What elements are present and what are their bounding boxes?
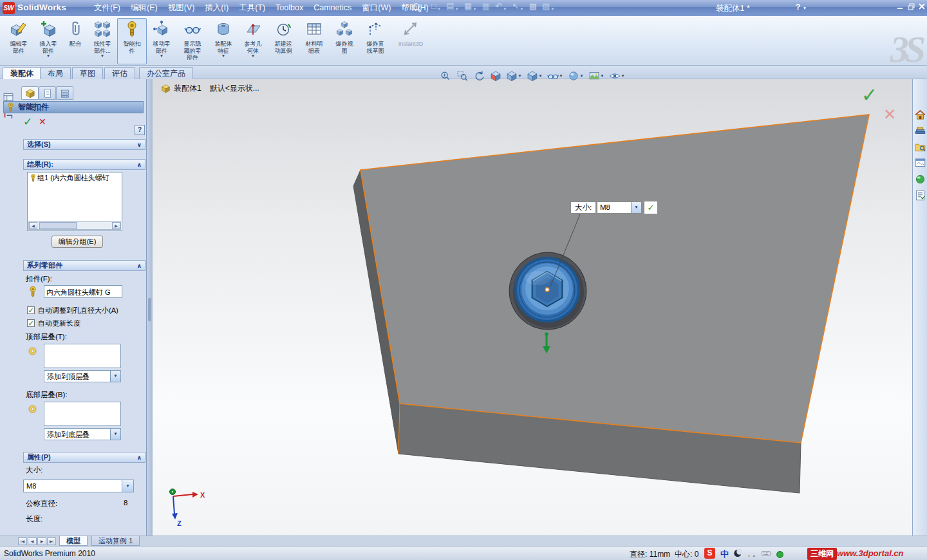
auto-length-checkbox[interactable]: ✓: [27, 319, 35, 327]
print-button[interactable]: ▥: [482, 2, 490, 11]
tab-motion-study-1[interactable]: 运动算例 1: [91, 536, 140, 546]
menu-view[interactable]: 视图(V): [163, 0, 200, 14]
menu-file[interactable]: 文件(F): [89, 0, 126, 14]
pm-tab-propertymanager[interactable]: [21, 86, 39, 100]
ime-punctuation-toggle[interactable]: ，。: [745, 549, 760, 559]
plate-top-face[interactable]: [360, 115, 869, 443]
pm-help-button[interactable]: ?: [135, 125, 145, 135]
restore-button[interactable]: [906, 3, 916, 12]
last-tab-button[interactable]: ▶|: [47, 537, 56, 545]
file-explorer-button[interactable]: [913, 140, 926, 153]
splitter-handle[interactable]: [148, 298, 151, 321]
tab-office-products[interactable]: 办公室产品: [139, 67, 193, 80]
list-item[interactable]: 组1 (内六角圆柱头螺钉: [28, 173, 122, 183]
fastener-field[interactable]: 内六角圆柱头螺钉 G: [44, 285, 122, 298]
solidworks-resources-button[interactable]: [913, 108, 926, 121]
first-tab-button[interactable]: |◀: [18, 537, 27, 545]
section-view-button[interactable]: [488, 69, 503, 83]
open-document-button[interactable]: ▤▼: [446, 2, 459, 11]
cmd-assembly-features-button[interactable]: 装配体 特征 ▼: [209, 18, 238, 64]
tab-model[interactable]: 模型: [59, 536, 88, 546]
dropdown-button[interactable]: ▼: [110, 429, 120, 440]
search-icon[interactable]: [411, 1, 424, 17]
tab-sketch[interactable]: 草图: [72, 67, 103, 80]
minimize-button[interactable]: [895, 3, 905, 12]
socket-head-screw[interactable]: [514, 257, 580, 322]
custom-properties-button[interactable]: [913, 189, 926, 201]
results-listbox[interactable]: 组1 (内六角圆柱头螺钉 ◀ ▶: [27, 172, 122, 231]
view-settings-button[interactable]: ▼: [608, 69, 626, 83]
menu-insert[interactable]: 插入(I): [200, 0, 234, 14]
view-orientation-button[interactable]: ▼: [505, 69, 523, 83]
menu-camnetics[interactable]: Camnetics: [308, 1, 357, 14]
rebuild-button[interactable]: ▩: [529, 2, 537, 11]
cmd-linear-pattern-button[interactable]: 线性零 部件... ▼: [88, 18, 117, 64]
save-button[interactable]: ▦▼: [464, 2, 477, 11]
ime-sogou-icon[interactable]: S: [704, 548, 715, 559]
edit-appearance-button[interactable]: ▼: [566, 69, 585, 83]
results-hscrollbar[interactable]: ◀ ▶: [28, 221, 121, 230]
add-bottom-stack-dropdown[interactable]: 添加到底层叠 ▼: [44, 428, 121, 440]
dropdown-button[interactable]: ▼: [110, 371, 120, 382]
next-tab-button[interactable]: ▶: [37, 537, 46, 545]
status-dot-icon[interactable]: [776, 551, 783, 558]
prev-tab-button[interactable]: ◀: [28, 537, 37, 545]
scrollbar-thumb[interactable]: [39, 222, 77, 229]
add-top-stack-dropdown[interactable]: 添加到顶层叠 ▼: [44, 370, 121, 382]
menu-edit[interactable]: 编辑(E): [126, 0, 163, 14]
undo-button[interactable]: ↶▼: [495, 2, 507, 11]
zoom-to-area-button[interactable]: [454, 69, 469, 83]
cmd-instant3d-button[interactable]: Instant3D: [393, 18, 429, 64]
close-button[interactable]: [917, 3, 927, 12]
new-document-button[interactable]: □▼: [431, 2, 441, 11]
tab-layout[interactable]: 布局: [40, 67, 71, 80]
section-properties-header[interactable]: 属性(P) ∧: [23, 452, 145, 463]
dropdown-button[interactable]: ▼: [631, 202, 641, 213]
pm-ok-button[interactable]: ✓: [23, 115, 32, 129]
hide-show-items-button[interactable]: ▼: [546, 69, 565, 83]
cmd-move-component-button[interactable]: 移动零 部件 ▼: [147, 18, 176, 64]
pm-tab-configurationmanager[interactable]: [56, 86, 73, 100]
bottom-stack-listbox[interactable]: [44, 402, 121, 426]
section-selection-header[interactable]: 选择(S) ∨: [23, 139, 145, 150]
cmd-mate-button[interactable]: 配合: [63, 18, 88, 64]
menu-tools[interactable]: 工具(T): [234, 0, 270, 14]
cmd-reference-geometry-button[interactable]: 参考几 何体 ▼: [238, 18, 268, 64]
confirm-ok-button[interactable]: ✓: [861, 84, 877, 106]
cmd-new-motion-study-button[interactable]: 新建运 动算例: [268, 18, 299, 64]
previous-view-button[interactable]: [471, 69, 486, 83]
cmd-exploded-view-button[interactable]: 爆炸视 图: [330, 18, 359, 64]
keyboard-icon[interactable]: [760, 548, 772, 560]
design-library-button[interactable]: [913, 124, 926, 137]
select-button[interactable]: ↖▼: [512, 2, 523, 11]
display-style-button[interactable]: ▼: [525, 69, 544, 83]
options-button[interactable]: ▧▼: [542, 2, 555, 11]
edit-group-button[interactable]: 编辑分组(E): [52, 236, 103, 248]
cmd-explode-line-sketch-button[interactable]: 爆炸直 线草图: [359, 18, 391, 64]
callout-size-dropdown[interactable]: M8 ▼: [597, 201, 642, 214]
auto-hole-size-checkbox[interactable]: ✓: [27, 306, 35, 314]
panel-splitter[interactable]: [147, 79, 153, 536]
help-button[interactable]: ? ▼: [796, 3, 807, 12]
pm-cancel-button[interactable]: ✕: [39, 117, 46, 127]
scroll-right-button[interactable]: ▶: [112, 222, 120, 229]
ime-language-toggle[interactable]: 中: [720, 548, 729, 560]
section-results-header[interactable]: 结果(R): ∧: [23, 159, 145, 170]
cmd-bill-of-materials-button[interactable]: 材料明 细表: [299, 18, 330, 64]
section-series-header[interactable]: 系列零部件 ∧: [23, 260, 145, 271]
cmd-show-hidden-components-button[interactable]: 显示隐 藏的零 部件: [176, 18, 209, 64]
apply-scene-button[interactable]: ▼: [587, 69, 606, 83]
ime-fullhalf-icon[interactable]: [733, 548, 744, 560]
cmd-insert-component-button[interactable]: 插入零 部件 ▼: [33, 18, 63, 64]
scroll-left-button[interactable]: ◀: [29, 222, 37, 229]
menu-toolbox[interactable]: Toolbox: [270, 1, 308, 14]
cmd-edit-component-button[interactable]: 编辑零 部件: [4, 18, 33, 64]
tab-assembly[interactable]: 装配体: [3, 67, 41, 80]
graphics-area[interactable]: X Z: [153, 79, 912, 536]
view-palette-button[interactable]: [913, 156, 926, 169]
menu-window[interactable]: 窗口(W): [357, 0, 396, 14]
zoom-to-fit-button[interactable]: [438, 69, 453, 83]
appearances-button[interactable]: [913, 173, 926, 185]
cmd-smart-fasteners-button[interactable]: 智能扣 件: [117, 18, 147, 64]
confirm-cancel-button[interactable]: ✕: [883, 106, 896, 124]
